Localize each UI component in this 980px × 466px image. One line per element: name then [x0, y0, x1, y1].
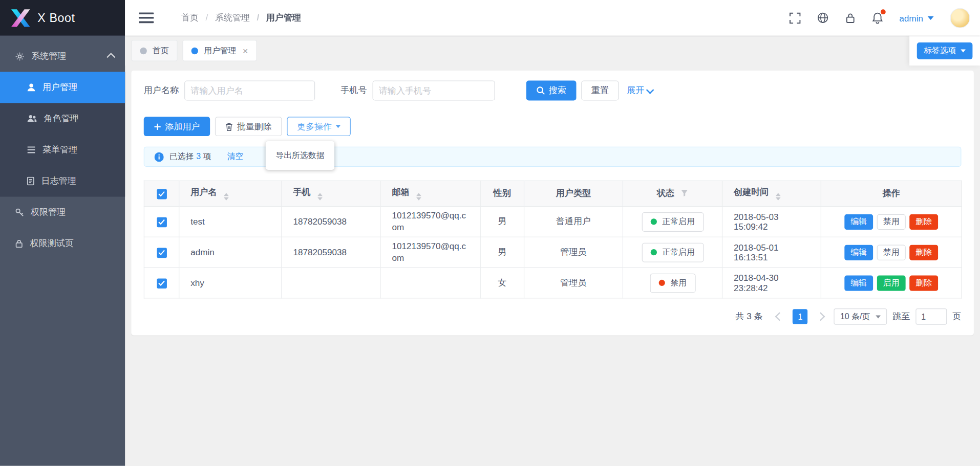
clear-selection-link[interactable]: 清空 — [227, 151, 243, 162]
username-label: admin — [899, 13, 923, 23]
fullscreen-icon[interactable] — [790, 12, 801, 24]
sort-icon[interactable] — [416, 193, 421, 201]
close-icon[interactable]: × — [243, 46, 248, 55]
row-checkbox[interactable] — [157, 278, 167, 289]
sidebar-item-role-management[interactable]: 角色管理 — [0, 103, 125, 134]
sidebar-item-permission-management[interactable]: 权限管理 — [0, 197, 125, 228]
sidebar-item-log-management[interactable]: 日志管理 — [0, 165, 125, 196]
column-header-phone: 手机 — [282, 181, 380, 206]
add-user-label: 添加用户 — [165, 121, 200, 132]
chevron-down-icon — [961, 49, 966, 52]
tab-dot-icon — [140, 47, 146, 54]
enable-button[interactable]: 启用 — [877, 275, 906, 291]
page-size-select[interactable]: 10 条/页 — [834, 308, 887, 325]
more-actions-label: 更多操作 — [297, 121, 332, 132]
sidebar-item-menu-management[interactable]: 菜单管理 — [0, 134, 125, 165]
status-badge: 正常启用 — [642, 212, 704, 231]
tag-options-button[interactable]: 标签选项 — [917, 42, 973, 59]
cell-created: 2018-05-03 15:09:42 — [722, 206, 821, 237]
avatar[interactable] — [950, 8, 970, 28]
username-filter-label: 用户名称 — [144, 85, 179, 96]
sidebar-item-user-management[interactable]: 用户管理 — [0, 72, 125, 103]
sort-icon[interactable] — [317, 193, 323, 201]
user-dropdown[interactable]: admin — [899, 13, 933, 23]
reset-button[interactable]: 重置 — [581, 80, 619, 100]
search-button[interactable]: 搜索 — [526, 80, 577, 100]
cell-user-type: 管理员 — [524, 268, 623, 298]
delete-button[interactable]: 删除 — [909, 275, 938, 291]
username-filter-input[interactable] — [184, 80, 315, 100]
pagination-total: 共 3 条 — [735, 311, 762, 322]
column-header-created: 创建时间 — [722, 181, 821, 206]
sidebar-item-label: 系统管理 — [31, 51, 66, 62]
cell-email — [380, 268, 480, 298]
edit-button[interactable]: 编辑 — [844, 275, 873, 291]
menu-list-icon — [27, 146, 35, 154]
batch-delete-button[interactable]: 批量删除 — [215, 117, 282, 136]
sidebar-item-label: 角色管理 — [44, 113, 78, 124]
status-badge: 正常启用 — [642, 242, 704, 262]
tab-label: 用户管理 — [204, 45, 236, 56]
cell-username: test — [179, 206, 282, 237]
row-checkbox[interactable] — [157, 248, 167, 258]
tab-user-management[interactable]: 用户管理 × — [182, 40, 257, 61]
status-dot — [658, 280, 665, 286]
globe-icon[interactable] — [817, 12, 828, 24]
tab-dot-icon — [191, 47, 198, 54]
selection-count: 3 — [196, 152, 201, 161]
chevron-down-icon — [876, 315, 881, 318]
reset-button-label: 重置 — [591, 85, 609, 96]
more-actions-button[interactable]: 更多操作 — [287, 117, 351, 136]
tab-strip: 首页 用户管理 × 标签选项 — [125, 36, 980, 66]
breadcrumb-current: 用户管理 — [250, 12, 301, 24]
cell-gender: 男 — [480, 206, 524, 237]
phone-filter-input[interactable] — [373, 80, 495, 100]
lock-icon[interactable] — [845, 12, 856, 24]
chevron-up-icon — [109, 53, 115, 59]
cell-email: 1012139570@qq.com — [380, 237, 480, 268]
cell-phone: 18782059038 — [282, 237, 380, 268]
jump-label: 跳至 — [892, 311, 910, 322]
sidebar-item-system-management[interactable]: 系统管理 — [0, 40, 125, 72]
edit-button[interactable]: 编辑 — [844, 214, 873, 230]
tab-label: 首页 — [153, 45, 169, 56]
breadcrumb-home[interactable]: 首页 — [181, 12, 199, 24]
sidebar: X Boot 系统管理 — [0, 0, 125, 466]
edit-button[interactable]: 编辑 — [844, 245, 873, 260]
users-icon — [27, 114, 37, 123]
select-all-checkbox[interactable] — [157, 189, 167, 199]
sort-icon[interactable] — [224, 193, 229, 201]
next-page-button[interactable] — [814, 309, 828, 324]
prev-page-button[interactable] — [772, 309, 787, 324]
column-header-gender: 性别 — [480, 181, 524, 206]
notification-badge — [881, 9, 886, 14]
cell-phone — [282, 268, 380, 298]
status-dot — [650, 249, 656, 255]
sidebar-item-permission-test[interactable]: 权限测试页 — [0, 228, 125, 259]
bell-icon[interactable] — [872, 12, 883, 24]
delete-button[interactable]: 删除 — [909, 245, 938, 260]
cell-username: xhy — [179, 268, 282, 298]
sidebar-item-label: 权限管理 — [31, 207, 66, 218]
add-user-button[interactable]: 添加用户 — [144, 117, 210, 136]
topbar-actions: admin — [790, 8, 970, 28]
hamburger-menu-icon[interactable] — [139, 12, 154, 23]
disable-button[interactable]: 禁用 — [877, 245, 906, 260]
delete-button[interactable]: 删除 — [909, 214, 938, 230]
jump-page-input[interactable] — [915, 308, 947, 325]
chevron-right-icon — [817, 312, 825, 321]
key-icon — [15, 208, 24, 216]
filter-funnel-icon[interactable] — [680, 189, 688, 199]
breadcrumb-system[interactable]: 系统管理 — [199, 12, 250, 24]
row-actions: 编辑 启用 删除 — [833, 275, 950, 291]
export-selected-menu-item[interactable]: 导出所选数据 — [266, 145, 334, 166]
sort-icon[interactable] — [776, 193, 781, 201]
current-page-button[interactable]: 1 — [793, 309, 807, 324]
cell-created: 2018-05-01 16:13:51 — [722, 237, 821, 268]
column-header-status: 状态 — [623, 181, 722, 206]
row-checkbox[interactable] — [157, 217, 167, 227]
expand-link[interactable]: 展开 — [627, 85, 653, 96]
tab-home[interactable]: 首页 — [131, 40, 177, 61]
disable-button[interactable]: 禁用 — [877, 214, 906, 230]
search-button-label: 搜索 — [549, 85, 566, 96]
